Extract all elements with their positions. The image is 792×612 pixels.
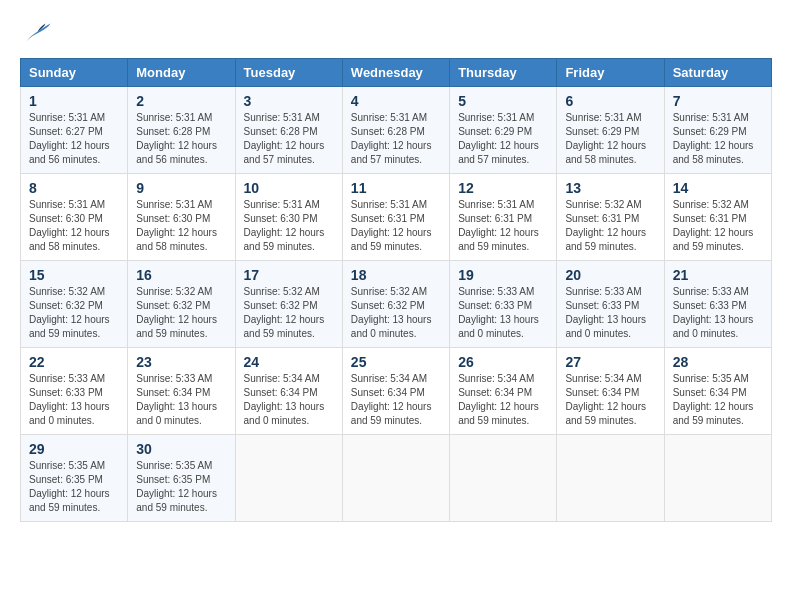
day-cell: 20Sunrise: 5:33 AMSunset: 6:33 PMDayligh… <box>557 261 664 348</box>
day-info: Sunrise: 5:33 AMSunset: 6:34 PMDaylight:… <box>136 372 226 428</box>
day-info: Sunrise: 5:31 AMSunset: 6:27 PMDaylight:… <box>29 111 119 167</box>
day-info: Sunrise: 5:31 AMSunset: 6:31 PMDaylight:… <box>351 198 441 254</box>
day-number: 14 <box>673 180 763 196</box>
day-cell: 29Sunrise: 5:35 AMSunset: 6:35 PMDayligh… <box>21 435 128 522</box>
logo <box>20 20 56 48</box>
calendar-table: SundayMondayTuesdayWednesdayThursdayFrid… <box>20 58 772 522</box>
day-number: 29 <box>29 441 119 457</box>
day-info: Sunrise: 5:31 AMSunset: 6:29 PMDaylight:… <box>673 111 763 167</box>
day-cell: 2Sunrise: 5:31 AMSunset: 6:28 PMDaylight… <box>128 87 235 174</box>
day-number: 24 <box>244 354 334 370</box>
day-cell: 19Sunrise: 5:33 AMSunset: 6:33 PMDayligh… <box>450 261 557 348</box>
day-number: 25 <box>351 354 441 370</box>
day-info: Sunrise: 5:34 AMSunset: 6:34 PMDaylight:… <box>244 372 334 428</box>
header-row: SundayMondayTuesdayWednesdayThursdayFrid… <box>21 59 772 87</box>
day-cell: 24Sunrise: 5:34 AMSunset: 6:34 PMDayligh… <box>235 348 342 435</box>
day-info: Sunrise: 5:35 AMSunset: 6:34 PMDaylight:… <box>673 372 763 428</box>
day-info: Sunrise: 5:34 AMSunset: 6:34 PMDaylight:… <box>565 372 655 428</box>
day-number: 28 <box>673 354 763 370</box>
week-row-5: 29Sunrise: 5:35 AMSunset: 6:35 PMDayligh… <box>21 435 772 522</box>
day-cell: 23Sunrise: 5:33 AMSunset: 6:34 PMDayligh… <box>128 348 235 435</box>
header-thursday: Thursday <box>450 59 557 87</box>
day-cell <box>450 435 557 522</box>
day-cell: 3Sunrise: 5:31 AMSunset: 6:28 PMDaylight… <box>235 87 342 174</box>
day-number: 13 <box>565 180 655 196</box>
header-tuesday: Tuesday <box>235 59 342 87</box>
day-number: 27 <box>565 354 655 370</box>
week-row-1: 1Sunrise: 5:31 AMSunset: 6:27 PMDaylight… <box>21 87 772 174</box>
day-cell: 8Sunrise: 5:31 AMSunset: 6:30 PMDaylight… <box>21 174 128 261</box>
day-info: Sunrise: 5:32 AMSunset: 6:31 PMDaylight:… <box>673 198 763 254</box>
day-number: 11 <box>351 180 441 196</box>
day-number: 21 <box>673 267 763 283</box>
day-number: 10 <box>244 180 334 196</box>
calendar-header: SundayMondayTuesdayWednesdayThursdayFrid… <box>21 59 772 87</box>
day-number: 16 <box>136 267 226 283</box>
day-cell: 5Sunrise: 5:31 AMSunset: 6:29 PMDaylight… <box>450 87 557 174</box>
week-row-4: 22Sunrise: 5:33 AMSunset: 6:33 PMDayligh… <box>21 348 772 435</box>
day-cell: 30Sunrise: 5:35 AMSunset: 6:35 PMDayligh… <box>128 435 235 522</box>
day-cell: 10Sunrise: 5:31 AMSunset: 6:30 PMDayligh… <box>235 174 342 261</box>
day-info: Sunrise: 5:31 AMSunset: 6:30 PMDaylight:… <box>29 198 119 254</box>
day-number: 17 <box>244 267 334 283</box>
day-info: Sunrise: 5:35 AMSunset: 6:35 PMDaylight:… <box>29 459 119 515</box>
header-monday: Monday <box>128 59 235 87</box>
day-number: 22 <box>29 354 119 370</box>
day-cell: 18Sunrise: 5:32 AMSunset: 6:32 PMDayligh… <box>342 261 449 348</box>
day-number: 7 <box>673 93 763 109</box>
day-cell: 4Sunrise: 5:31 AMSunset: 6:28 PMDaylight… <box>342 87 449 174</box>
day-number: 19 <box>458 267 548 283</box>
day-number: 20 <box>565 267 655 283</box>
day-number: 6 <box>565 93 655 109</box>
day-cell: 13Sunrise: 5:32 AMSunset: 6:31 PMDayligh… <box>557 174 664 261</box>
day-cell <box>342 435 449 522</box>
day-info: Sunrise: 5:34 AMSunset: 6:34 PMDaylight:… <box>351 372 441 428</box>
day-number: 8 <box>29 180 119 196</box>
day-cell: 16Sunrise: 5:32 AMSunset: 6:32 PMDayligh… <box>128 261 235 348</box>
day-cell: 1Sunrise: 5:31 AMSunset: 6:27 PMDaylight… <box>21 87 128 174</box>
day-number: 1 <box>29 93 119 109</box>
day-number: 3 <box>244 93 334 109</box>
day-number: 2 <box>136 93 226 109</box>
logo-icon <box>20 20 52 48</box>
day-cell <box>664 435 771 522</box>
day-number: 23 <box>136 354 226 370</box>
page-header <box>20 20 772 48</box>
day-info: Sunrise: 5:35 AMSunset: 6:35 PMDaylight:… <box>136 459 226 515</box>
day-cell: 12Sunrise: 5:31 AMSunset: 6:31 PMDayligh… <box>450 174 557 261</box>
day-number: 4 <box>351 93 441 109</box>
header-saturday: Saturday <box>664 59 771 87</box>
day-number: 5 <box>458 93 548 109</box>
day-info: Sunrise: 5:32 AMSunset: 6:31 PMDaylight:… <box>565 198 655 254</box>
day-info: Sunrise: 5:31 AMSunset: 6:30 PMDaylight:… <box>136 198 226 254</box>
day-info: Sunrise: 5:31 AMSunset: 6:29 PMDaylight:… <box>458 111 548 167</box>
week-row-3: 15Sunrise: 5:32 AMSunset: 6:32 PMDayligh… <box>21 261 772 348</box>
day-cell: 14Sunrise: 5:32 AMSunset: 6:31 PMDayligh… <box>664 174 771 261</box>
day-info: Sunrise: 5:33 AMSunset: 6:33 PMDaylight:… <box>29 372 119 428</box>
day-info: Sunrise: 5:32 AMSunset: 6:32 PMDaylight:… <box>351 285 441 341</box>
header-friday: Friday <box>557 59 664 87</box>
day-number: 9 <box>136 180 226 196</box>
day-cell: 27Sunrise: 5:34 AMSunset: 6:34 PMDayligh… <box>557 348 664 435</box>
day-number: 15 <box>29 267 119 283</box>
day-cell: 28Sunrise: 5:35 AMSunset: 6:34 PMDayligh… <box>664 348 771 435</box>
day-info: Sunrise: 5:31 AMSunset: 6:28 PMDaylight:… <box>351 111 441 167</box>
day-number: 12 <box>458 180 548 196</box>
day-number: 18 <box>351 267 441 283</box>
day-number: 26 <box>458 354 548 370</box>
day-info: Sunrise: 5:31 AMSunset: 6:30 PMDaylight:… <box>244 198 334 254</box>
header-sunday: Sunday <box>21 59 128 87</box>
header-wednesday: Wednesday <box>342 59 449 87</box>
day-cell: 15Sunrise: 5:32 AMSunset: 6:32 PMDayligh… <box>21 261 128 348</box>
day-info: Sunrise: 5:34 AMSunset: 6:34 PMDaylight:… <box>458 372 548 428</box>
day-cell: 9Sunrise: 5:31 AMSunset: 6:30 PMDaylight… <box>128 174 235 261</box>
day-info: Sunrise: 5:32 AMSunset: 6:32 PMDaylight:… <box>244 285 334 341</box>
day-cell: 22Sunrise: 5:33 AMSunset: 6:33 PMDayligh… <box>21 348 128 435</box>
day-info: Sunrise: 5:33 AMSunset: 6:33 PMDaylight:… <box>565 285 655 341</box>
week-row-2: 8Sunrise: 5:31 AMSunset: 6:30 PMDaylight… <box>21 174 772 261</box>
day-cell: 11Sunrise: 5:31 AMSunset: 6:31 PMDayligh… <box>342 174 449 261</box>
calendar-body: 1Sunrise: 5:31 AMSunset: 6:27 PMDaylight… <box>21 87 772 522</box>
day-cell: 21Sunrise: 5:33 AMSunset: 6:33 PMDayligh… <box>664 261 771 348</box>
day-cell <box>235 435 342 522</box>
day-cell <box>557 435 664 522</box>
